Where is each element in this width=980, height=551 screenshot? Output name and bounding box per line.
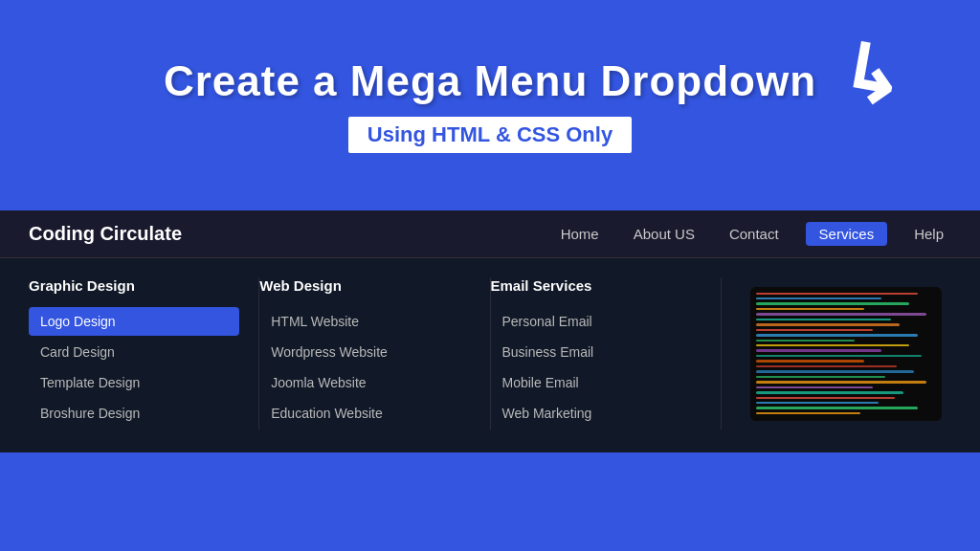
menu-image-column [722,277,951,430]
email-services-header: Email Services [491,277,702,294]
arrow-icon: ↳ [834,33,910,120]
graphic-design-header: Graphic Design [29,277,239,294]
nav-item-contact[interactable]: Contact [722,222,787,246]
code-lines-visual [750,287,942,421]
code-image [750,287,942,421]
mega-menu: Graphic Design Logo Design Card Design T… [0,258,980,452]
navbar: Coding Circulate Home About US Contact S… [0,210,980,258]
menu-column-email: Email Services Personal Email Business E… [491,277,722,430]
menu-item-personal-email[interactable]: Personal Email [491,307,702,336]
navbar-brand: Coding Circulate [29,223,182,245]
menu-item-template[interactable]: Template Design [29,368,239,397]
menu-item-mobile-email[interactable]: Mobile Email [491,368,702,397]
hero-section: Create a Mega Menu Dropdown Using HTML &… [0,0,980,210]
nav-item-help[interactable]: Help [906,222,951,246]
hero-title: Create a Mega Menu Dropdown [164,57,816,105]
web-design-header: Web Design [259,277,470,294]
menu-item-card[interactable]: Card Design [29,338,239,366]
nav-item-about[interactable]: About US [626,222,702,246]
menu-item-joomla[interactable]: Joomla Website [259,368,470,397]
nav-item-services[interactable]: Services [806,222,888,246]
nav-item-home[interactable]: Home [553,222,607,246]
menu-item-business-email[interactable]: Business Email [491,338,702,366]
menu-item-html[interactable]: HTML Website [259,307,470,336]
menu-item-wordpress[interactable]: Wordpress Website [259,338,470,366]
menu-column-graphic: Graphic Design Logo Design Card Design T… [29,277,259,430]
menu-item-logo[interactable]: Logo Design [29,307,239,336]
menu-item-education[interactable]: Education Website [259,399,470,428]
navbar-nav: Home About US Contact Services Help [553,222,951,246]
menu-column-web: Web Design HTML Website Wordpress Websit… [259,277,490,430]
hero-subtitle: Using HTML & CSS Only [368,122,612,146]
hero-subtitle-wrapper: Using HTML & CSS Only [348,117,632,153]
menu-item-broshure[interactable]: Broshure Design [29,399,239,428]
menu-item-web-marketing[interactable]: Web Marketing [491,399,702,428]
